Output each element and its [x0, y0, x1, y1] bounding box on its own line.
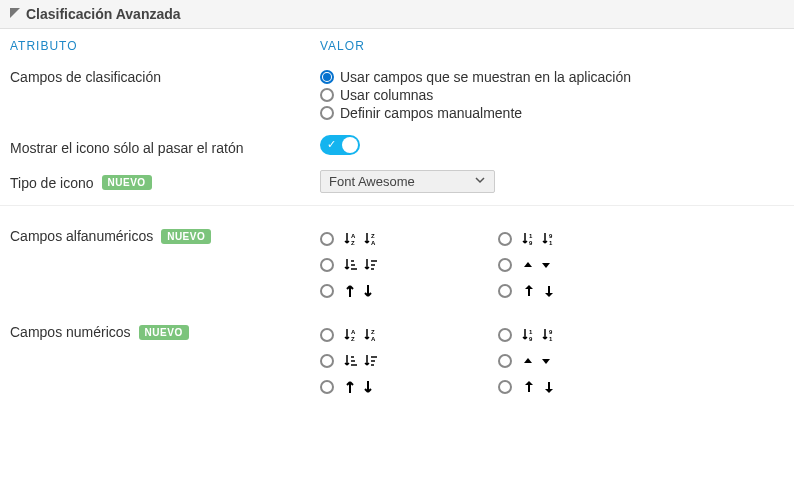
radio-icon — [320, 88, 334, 102]
svg-text:Z: Z — [371, 233, 375, 239]
check-icon: ✓ — [327, 138, 336, 151]
attr-label: Mostrar el icono sólo al pasar el ratón — [10, 138, 320, 156]
section-header[interactable]: Clasificación Avanzada — [0, 0, 794, 29]
table-header: ATRIBUTO VALOR — [0, 29, 794, 61]
radio-sort-az-arrows[interactable]: AZ ZA — [320, 232, 378, 246]
toggle-knob — [342, 137, 358, 153]
arrow-up-icon — [344, 380, 356, 394]
sort-az-desc-icon: ZA — [364, 328, 378, 342]
sort-amount-desc-icon — [364, 258, 378, 272]
section-title: Clasificación Avanzada — [26, 6, 181, 22]
select-value: Font Awesome — [329, 174, 415, 189]
column-header-value: VALOR — [320, 39, 784, 53]
radio-icon — [320, 354, 334, 368]
svg-text:A: A — [371, 240, 376, 246]
caret-up-icon — [522, 259, 534, 271]
column-header-attribute: ATRIBUTO — [10, 39, 320, 53]
svg-text:1: 1 — [549, 336, 553, 342]
row-hover-icon: Mostrar el icono sólo al pasar el ratón … — [0, 129, 794, 164]
radio-icon — [498, 232, 512, 246]
svg-text:Z: Z — [351, 240, 355, 246]
radio-icon — [498, 328, 512, 342]
radio-icon — [320, 258, 334, 272]
svg-text:9: 9 — [529, 240, 533, 246]
attr-label: Campos de clasificación — [10, 67, 320, 85]
svg-marker-17 — [525, 285, 533, 289]
radio-sort-amount-arrows[interactable] — [320, 354, 378, 368]
svg-text:Z: Z — [371, 329, 375, 335]
badge-new: NUEVO — [139, 325, 189, 340]
svg-text:1: 1 — [529, 329, 533, 335]
radio-label: Usar columnas — [340, 87, 433, 103]
radio-sort-amount-arrows[interactable] — [320, 258, 378, 272]
svg-text:9: 9 — [529, 336, 533, 342]
radio-icon — [498, 284, 512, 298]
sort-amount-desc-icon — [364, 354, 378, 368]
svg-text:A: A — [371, 336, 376, 342]
row-sort-fields: Campos de clasificación Usar campos que … — [0, 61, 794, 129]
arrow-up-thick-icon — [522, 380, 536, 394]
radio-label: Definir campos manualmente — [340, 105, 522, 121]
svg-marker-15 — [524, 262, 532, 267]
arrow-up-thick-icon — [522, 284, 536, 298]
radio-icon — [498, 258, 512, 272]
sort-num-asc-icon: 19 — [522, 328, 536, 342]
svg-text:1: 1 — [549, 240, 553, 246]
sort-az-desc-icon: ZA — [364, 232, 378, 246]
sort-amount-asc-icon — [344, 258, 358, 272]
attr-label: Campos numéricos NUEVO — [10, 322, 320, 340]
row-icon-type: Tipo de icono NUEVO Font Awesome — [0, 164, 794, 199]
radio-sort-plain-arrows[interactable] — [320, 284, 378, 298]
radio-sort-thick-arrows[interactable] — [498, 284, 556, 298]
radio-sort-thick-arrows[interactable] — [498, 380, 556, 394]
sort-amount-asc-icon — [344, 354, 358, 368]
svg-marker-36 — [545, 389, 553, 393]
svg-text:A: A — [351, 329, 356, 335]
badge-new: NUEVO — [161, 229, 211, 244]
svg-marker-34 — [542, 359, 550, 364]
arrow-down-icon — [362, 284, 374, 298]
toggle-hover-icon[interactable]: ✓ — [320, 135, 360, 155]
radio-label: Usar campos que se muestran en la aplica… — [340, 69, 631, 85]
radio-sort-numeric-arrows[interactable]: 19 91 — [498, 232, 556, 246]
divider — [0, 205, 794, 206]
radio-icon — [320, 70, 334, 84]
radio-sort-carets[interactable] — [498, 354, 556, 368]
caret-down-icon — [540, 259, 552, 271]
radio-option-columns[interactable]: Usar columnas — [320, 87, 784, 103]
radio-icon — [498, 380, 512, 394]
sort-az-asc-icon: AZ — [344, 232, 358, 246]
sort-num-desc-icon: 91 — [542, 232, 556, 246]
chevron-down-icon — [474, 174, 486, 189]
svg-marker-18 — [545, 293, 553, 297]
arrow-down-thick-icon — [542, 284, 556, 298]
radio-sort-az-arrows[interactable]: AZ ZA — [320, 328, 378, 342]
sort-num-asc-icon: 19 — [522, 232, 536, 246]
caret-down-icon — [540, 355, 552, 367]
caret-up-icon — [522, 355, 534, 367]
radio-icon — [320, 328, 334, 342]
svg-text:A: A — [351, 233, 356, 239]
radio-option-manual[interactable]: Definir campos manualmente — [320, 105, 784, 121]
row-alpha-fields: Campos alfanuméricos NUEVO AZ ZA — [0, 208, 794, 304]
svg-marker-16 — [542, 263, 550, 268]
radio-icon — [498, 354, 512, 368]
svg-text:Z: Z — [351, 336, 355, 342]
svg-text:9: 9 — [549, 329, 553, 335]
attr-label: Campos alfanuméricos NUEVO — [10, 226, 320, 244]
arrow-up-icon — [344, 284, 356, 298]
radio-icon — [320, 284, 334, 298]
row-numeric-fields: Campos numéricos NUEVO AZ ZA — [0, 304, 794, 400]
radio-icon — [320, 380, 334, 394]
svg-text:1: 1 — [529, 233, 533, 239]
arrow-down-icon — [362, 380, 374, 394]
radio-option-app-fields[interactable]: Usar campos que se muestran en la aplica… — [320, 69, 784, 85]
select-icon-type[interactable]: Font Awesome — [320, 170, 495, 193]
radio-sort-carets[interactable] — [498, 258, 556, 272]
radio-icon — [320, 232, 334, 246]
svg-marker-35 — [525, 381, 533, 385]
radio-sort-plain-arrows[interactable] — [320, 380, 378, 394]
collapse-icon — [10, 8, 20, 20]
sort-az-asc-icon: AZ — [344, 328, 358, 342]
radio-sort-numeric-arrows[interactable]: 19 91 — [498, 328, 556, 342]
